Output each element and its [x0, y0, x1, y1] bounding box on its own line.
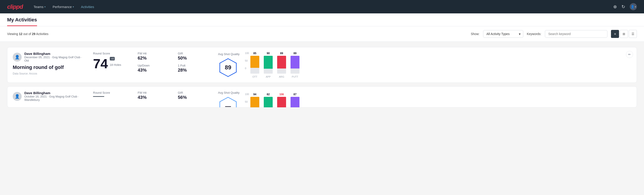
- stat-1-putt: 1 Putt 28%: [178, 64, 209, 73]
- round-score-label: Round Score: [93, 52, 129, 55]
- user-name: Dave Billingham: [24, 52, 84, 56]
- stat-gir-value-2: 56%: [178, 95, 209, 100]
- y-axis-2: 100 50 0: [245, 93, 249, 108]
- logo[interactable]: clippd: [7, 3, 23, 10]
- y-label-50-2: 50: [245, 100, 249, 103]
- bar-putt: 89 PUTT: [290, 52, 300, 78]
- list-icon: ☰: [632, 32, 634, 36]
- bar-columns: 85 OTT 90: [250, 52, 300, 78]
- keywords-label: Keywords:: [527, 32, 541, 36]
- user-date-2: October 16, 2021 · Gog Magog Golf Club ·…: [24, 95, 84, 102]
- navigation: clippd Teams ▾ Performance ▾ Activities …: [0, 0, 644, 14]
- bar-putt-track: [290, 56, 300, 74]
- data-source: Data Source: Arccos: [13, 72, 84, 75]
- activity-card-1: ✏ 👤 Dave Billingham December 05, 2021 · …: [7, 47, 637, 83]
- stats-section-2: GIR 50% 1 Putt 28%: [178, 52, 209, 73]
- card-left-2: 👤 Dave Billingham October 16, 2021 · Gog…: [13, 91, 84, 103]
- avatar-person-icon: 👤: [15, 55, 20, 60]
- avatar-2-icon: 👤: [15, 94, 20, 99]
- bar-val-87: 87: [294, 93, 296, 96]
- stat-fw-hit-2: FW Hit 43%: [138, 91, 169, 100]
- y-label-100: 100: [245, 52, 249, 54]
- y-axis: 100 50 0: [245, 52, 249, 70]
- viewing-total: 29: [32, 32, 36, 36]
- bar-ott: 85 OTT: [250, 52, 259, 78]
- filter-bar: Viewing 12 out of 29 Activities Show: Al…: [0, 26, 644, 42]
- nav-icons: ⊕ ↻ 👤 ▾: [613, 3, 637, 10]
- add-circle-icon[interactable]: ⊕: [613, 4, 617, 9]
- hex-container: 89: [218, 58, 238, 78]
- nav-activities-label: Activities: [81, 5, 94, 9]
- user-name-2: Dave Billingham: [24, 91, 84, 95]
- bar-col-87: 87: [290, 93, 300, 108]
- user-avatar[interactable]: 👤 ▾: [630, 3, 637, 10]
- stat-up-down: Up/Down 43%: [138, 64, 169, 73]
- bar-val-94: 94: [253, 93, 256, 96]
- avatar-dropdown-icon: ▾: [635, 6, 636, 8]
- grid-view-button[interactable]: ⊞: [620, 30, 628, 38]
- avatar-icon: 👤: [630, 5, 634, 8]
- y-label-100-2: 100: [245, 93, 249, 96]
- bar-app-value: 90: [267, 52, 270, 55]
- view-buttons: ≡ ⊞ ☰: [611, 30, 637, 38]
- edit-button[interactable]: ✏: [626, 51, 633, 58]
- user-row: 👤 Dave Billingham December 05, 2021 · Go…: [13, 52, 84, 62]
- activity-card-2: 👤 Dave Billingham October 16, 2021 · Gog…: [7, 86, 637, 108]
- bar-chart-area-2: 100 50 0 94 82 106: [245, 93, 300, 108]
- list-dense-icon: ≡: [614, 32, 616, 36]
- stat-up-down-value: 43%: [138, 68, 169, 73]
- avg-shot-quality-2: Avg Shot Quality — 100 50 0 94: [218, 91, 631, 108]
- bar-app-track: [264, 56, 273, 74]
- bar-val-82: 82: [267, 93, 270, 96]
- bar-putt-wrapper: [290, 56, 300, 74]
- bar-putt-value: 89: [294, 52, 296, 55]
- bar-putt-fill: [290, 56, 300, 68]
- user-row-2: 👤 Dave Billingham October 16, 2021 · Gog…: [13, 91, 84, 102]
- nav-teams[interactable]: Teams ▾: [34, 3, 46, 10]
- list-view-button[interactable]: ☰: [629, 30, 637, 38]
- stat-up-down-label: Up/Down: [138, 64, 169, 67]
- bar-ott-track: [250, 56, 259, 74]
- user-date: December 05, 2021 · Gog Magog Golf Club …: [24, 56, 84, 62]
- bar-putt-label: PUTT: [292, 76, 298, 78]
- bar-col-106: 106: [277, 93, 286, 108]
- refresh-icon[interactable]: ↻: [622, 4, 625, 9]
- bar-arg: 89 ARG: [277, 52, 286, 78]
- nav-activities[interactable]: Activities: [81, 3, 94, 10]
- stat-gir: GIR 50%: [178, 52, 209, 61]
- chevron-down-icon: ▾: [44, 6, 46, 8]
- round-score-section: Round Score 74 +4 18 Holes: [93, 52, 129, 72]
- bar-ott-wrapper: [250, 56, 259, 74]
- viewing-middle: out of: [23, 32, 32, 36]
- bar-app-fill: [264, 56, 273, 69]
- stats-partial-gir: GIR 56%: [178, 91, 209, 100]
- stat-fw-hit-label-2: FW Hit: [138, 91, 169, 94]
- hex-container-2: —: [218, 96, 238, 108]
- nav-performance[interactable]: Performance ▾: [53, 3, 74, 10]
- stat-1-putt-value: 28%: [178, 68, 209, 73]
- bar-arg-fill: [277, 56, 286, 68]
- holes-label: 18 Holes: [110, 63, 121, 66]
- nav-performance-label: Performance: [53, 5, 72, 9]
- round-score-label-2: Round Score: [93, 91, 129, 94]
- card-left: 👤 Dave Billingham December 05, 2021 · Go…: [13, 52, 84, 75]
- list-dense-view-button[interactable]: ≡: [611, 30, 619, 38]
- avatar: 👤: [13, 53, 22, 62]
- stat-gir-label-2: GIR: [178, 91, 209, 94]
- page-header: My Activities: [0, 14, 644, 26]
- search-input[interactable]: [545, 30, 608, 38]
- activity-type-select[interactable]: All Activity Types: [483, 30, 523, 38]
- bar-arg-label: ARG: [279, 76, 284, 78]
- stat-1-putt-label: 1 Putt: [178, 64, 209, 67]
- round-title: Morning round of golf: [13, 64, 84, 70]
- edit-icon: ✏: [628, 53, 631, 56]
- bar-col-82: 82: [264, 93, 273, 108]
- chevron-down-icon: ▾: [73, 6, 74, 8]
- avg-shot-quality-label: Avg Shot Quality: [218, 52, 240, 56]
- bar-col-94: 94: [250, 93, 259, 108]
- main-content: ✏ 👤 Dave Billingham December 05, 2021 · …: [0, 42, 644, 116]
- viewing-count: 12: [19, 32, 22, 36]
- stat-gir-label: GIR: [178, 52, 209, 55]
- bar-arg-value: 89: [280, 52, 283, 55]
- bar-app-wrapper: [264, 56, 273, 74]
